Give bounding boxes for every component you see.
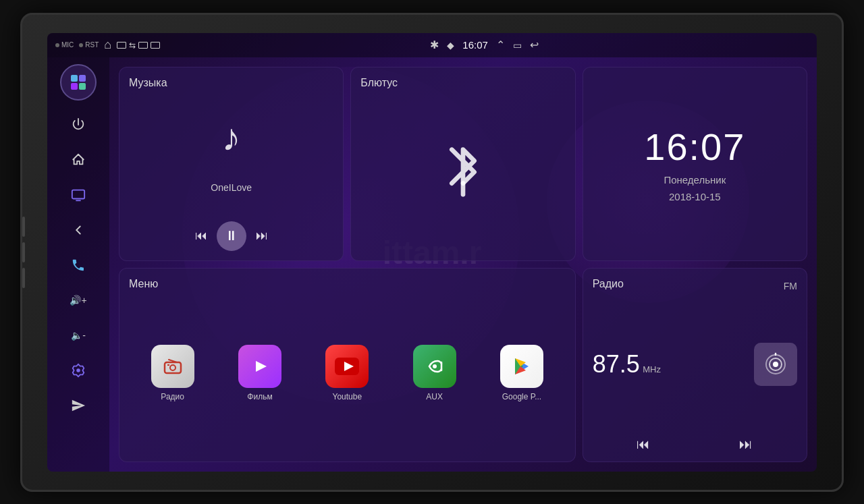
menu-icons-row: Радио Фильм: [129, 294, 566, 452]
radio-card: Радио FM 87.5 MHz: [583, 268, 807, 462]
svg-rect-3: [79, 83, 86, 90]
radio-card-title: Радио: [593, 278, 624, 290]
home-sidebar-icon: [71, 152, 86, 167]
film-app-icon: [238, 345, 281, 388]
radio-app-label: Радио: [161, 392, 184, 401]
rst-label: RST: [79, 41, 99, 49]
music-track-name: OneILove: [211, 182, 252, 193]
sidebar-btn-screen[interactable]: [63, 180, 93, 210]
menu-app-aux[interactable]: AUX: [413, 345, 456, 401]
music-card-title: Музыка: [129, 77, 167, 89]
svg-point-7: [76, 368, 80, 372]
svg-rect-9: [165, 362, 181, 373]
sidebar-logo[interactable]: [60, 64, 97, 101]
radio-app-icon: [151, 345, 194, 388]
status-time: 16:07: [462, 39, 488, 51]
menu-app-film[interactable]: Фильм: [238, 345, 281, 401]
music-prev-btn[interactable]: ⏮: [195, 229, 207, 243]
aux-app-icon: [413, 345, 456, 388]
radio-antenna-btn[interactable]: [754, 343, 797, 386]
mic-text: MIC: [61, 41, 74, 49]
sidebar-btn-power[interactable]: [63, 110, 93, 140]
status-left: MIC RST ⌂ ⇆: [55, 38, 160, 52]
film-app-label: Фильм: [247, 392, 272, 401]
physical-buttons: [22, 217, 25, 288]
bluetooth-card-title: Блютус: [360, 77, 398, 89]
rst-dot: [79, 43, 83, 47]
status-bar: MIC RST ⌂ ⇆ ✱ ◆ 16:07 ⌃ ▭: [47, 33, 817, 57]
clock-time: 16:07: [644, 125, 745, 169]
menu-card: Меню Рад: [119, 268, 576, 462]
svg-marker-13: [256, 361, 267, 372]
clock-date: 2018-10-15: [669, 191, 721, 202]
svg-rect-1: [79, 75, 86, 82]
status-indicators: ⇆: [117, 40, 160, 50]
phone-icon: [71, 258, 86, 273]
vol-up-icon: 🔊+: [70, 295, 86, 306]
sidebar-btn-home[interactable]: [63, 145, 93, 175]
sidebar-btn-vol-down[interactable]: 🔈-: [63, 320, 93, 350]
radio-next-btn[interactable]: ⏭: [739, 437, 753, 452]
indicator-2: [138, 42, 148, 49]
logo-icon: [68, 72, 88, 92]
radio-frequency: 87.5: [593, 350, 640, 378]
device-screen: ittam.r MIC RST ⌂ ⇆: [47, 33, 817, 472]
svg-rect-0: [71, 75, 78, 82]
clock-day: Понедельник: [664, 174, 726, 186]
menu-app-google-play[interactable]: Google P...: [500, 345, 543, 401]
window-icon: ▭: [513, 40, 522, 51]
phy-btn-3: [22, 268, 25, 288]
music-play-btn[interactable]: ⏸: [217, 221, 246, 251]
svg-point-10: [170, 365, 176, 370]
bluetooth-card[interactable]: Блютус: [350, 67, 575, 261]
mic-dot: [55, 43, 59, 47]
phy-btn-1: [22, 217, 25, 237]
clock-card: 16:07 Понедельник 2018-10-15: [583, 67, 807, 261]
send-icon: [71, 398, 86, 413]
radio-prev-btn[interactable]: ⏮: [637, 437, 650, 452]
status-center: ✱ ◆ 16:07 ⌃ ▭ ↩: [430, 38, 539, 51]
google-play-app-icon: [500, 345, 543, 388]
rst-text: RST: [85, 41, 99, 49]
usb-icon: ⇆: [129, 40, 136, 50]
radio-unit: MHz: [643, 364, 661, 374]
menu-card-title: Меню: [129, 278, 566, 290]
radio-band: FM: [784, 281, 797, 291]
sidebar-btn-settings[interactable]: [63, 356, 93, 385]
home-icon: ⌂: [104, 38, 111, 52]
power-icon: [71, 117, 86, 132]
device-outer: ittam.r MIC RST ⌂ ⇆: [20, 13, 844, 492]
menu-app-radio[interactable]: Радио: [151, 345, 194, 401]
sidebar-btn-send[interactable]: [63, 391, 93, 420]
youtube-app-label: Youtube: [333, 392, 362, 401]
sidebar-btn-phone[interactable]: [63, 250, 93, 280]
signal-icon: ◆: [447, 40, 454, 51]
svg-point-16: [433, 364, 437, 368]
radio-freq-row: 87.5 MHz: [593, 297, 797, 432]
radio-header: Радио FM: [593, 278, 797, 294]
vol-down-icon: 🔈-: [71, 330, 86, 341]
sidebar-btn-vol-up[interactable]: 🔊+: [63, 285, 93, 315]
google-play-app-label: Google P...: [502, 392, 542, 401]
music-card[interactable]: Музыка ♪ OneILove ⏮ ⏸ ⏭: [119, 67, 344, 261]
indicator-3: [151, 42, 160, 49]
youtube-app-icon: [325, 345, 369, 388]
music-note-icon: ♪: [222, 119, 241, 157]
sidebar: 🔊+ 🔈-: [47, 57, 109, 472]
bluetooth-symbol: [429, 93, 497, 251]
svg-rect-4: [72, 190, 84, 198]
screen-icon: [71, 188, 86, 202]
music-next-btn[interactable]: ⏭: [256, 229, 268, 243]
menu-app-youtube[interactable]: Youtube: [325, 345, 369, 401]
radio-controls: ⏮ ⏭: [593, 437, 797, 452]
chevron-icon: ⌃: [496, 38, 505, 51]
back-sidebar-icon: [71, 223, 86, 237]
music-controls: ⏮ ⏸ ⏭: [195, 221, 268, 251]
content-grid: Музыка ♪ OneILove ⏮ ⏸ ⏭ Блютус: [109, 57, 817, 472]
aux-app-label: AUX: [426, 392, 443, 401]
sidebar-btn-back[interactable]: [63, 215, 93, 245]
bluetooth-icon: ✱: [430, 38, 439, 51]
svg-point-24: [773, 362, 778, 367]
mic-label: MIC: [55, 41, 74, 49]
indicator-1: [117, 42, 126, 49]
